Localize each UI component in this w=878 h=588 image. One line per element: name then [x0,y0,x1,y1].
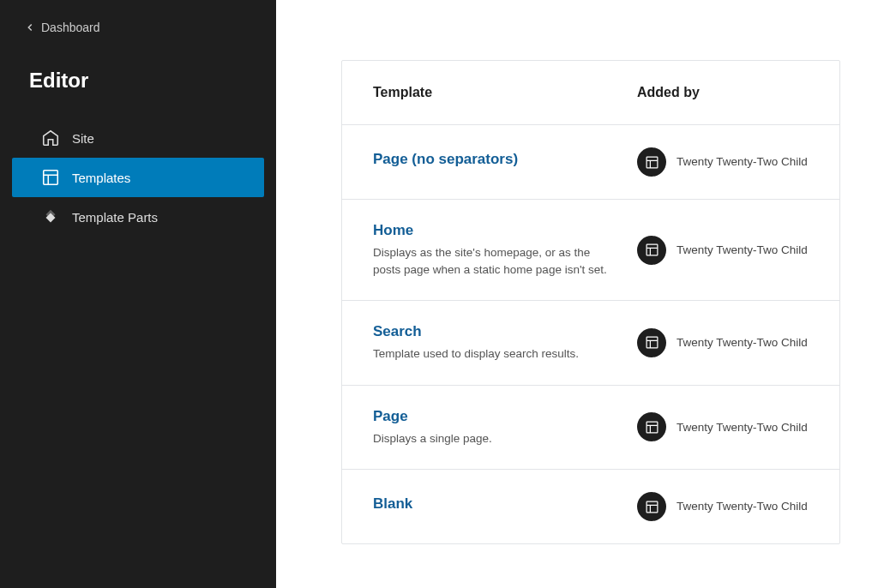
template-link[interactable]: Page [373,408,408,425]
templates-table: Template Added by Page (no separators) T… [341,60,840,544]
svg-rect-0 [44,171,58,185]
svg-rect-6 [646,244,658,255]
table-row: Page (no separators) Twenty Twenty-Two C… [342,125,839,200]
sidebar-item-template-parts[interactable]: Template Parts [12,197,264,237]
svg-rect-12 [646,422,658,433]
sidebar: Dashboard Editor Site Templates Template… [0,0,276,588]
added-by-cell: Twenty Twenty-Two Child [637,236,809,265]
theme-name: Twenty Twenty-Two Child [677,335,808,351]
added-by-cell: Twenty Twenty-Two Child [637,328,809,357]
table-row: Blank Twenty Twenty-Two Child [342,470,839,543]
theme-icon [637,236,666,265]
theme-icon [637,412,666,441]
layout-icon [41,168,60,187]
template-link[interactable]: Search [373,323,422,340]
added-by-cell: Twenty Twenty-Two Child [637,147,809,177]
template-link[interactable]: Page (no separators) [373,151,518,168]
table-row: Search Template used to display search r… [342,301,839,386]
svg-rect-15 [646,501,658,513]
template-link[interactable]: Home [373,222,413,239]
page-title: Editor [0,69,276,93]
theme-icon [637,147,666,177]
theme-icon [637,492,666,521]
home-icon [41,129,60,147]
theme-name: Twenty Twenty-Two Child [677,243,808,258]
theme-name: Twenty Twenty-Two Child [677,499,808,514]
added-by-cell: Twenty Twenty-Two Child [637,412,809,441]
main: Template Added by Page (no separators) T… [276,0,878,588]
sidebar-item-label: Template Parts [72,210,158,225]
sidebar-item-label: Templates [72,171,130,185]
chevron-left-icon [24,21,36,33]
column-header-added-by: Added by [637,85,809,100]
theme-name: Twenty Twenty-Two Child [677,154,808,170]
sidebar-item-site[interactable]: Site [12,118,264,158]
sidebar-item-label: Site [72,131,94,146]
added-by-cell: Twenty Twenty-Two Child [637,492,809,521]
sidebar-item-templates[interactable]: Templates [12,158,264,197]
back-label: Dashboard [41,21,100,34]
template-link[interactable]: Blank [373,495,412,513]
table-row: Home Displays as the site's homepage, or… [342,200,839,301]
svg-rect-3 [646,157,658,168]
theme-icon [637,328,666,357]
column-header-template: Template [373,85,637,100]
diamond-icon [41,207,60,226]
back-to-dashboard[interactable]: Dashboard [0,21,276,34]
template-description: Template used to display search results. [373,345,613,363]
table-row: Page Displays a single page. Twenty Twen… [342,386,839,471]
table-header: Template Added by [342,61,839,125]
template-description: Displays as the site's homepage, or as t… [373,244,613,278]
svg-rect-9 [646,338,658,349]
theme-name: Twenty Twenty-Two Child [677,420,808,435]
template-description: Displays a single page. [373,430,613,447]
